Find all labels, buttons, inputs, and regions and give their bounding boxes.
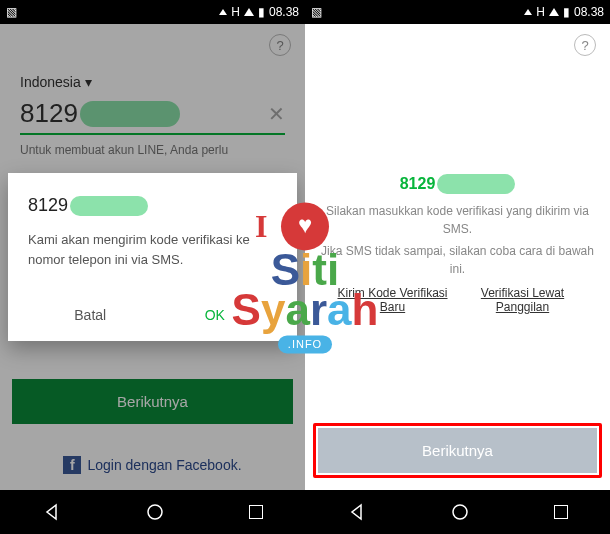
nav-bar [305,490,610,534]
home-icon[interactable] [145,502,165,522]
svg-point-0 [148,505,162,519]
nav-bar [0,490,305,534]
dialog-message: Kami akan mengirim kode verifikasi ke no… [28,230,277,269]
home-icon[interactable] [450,502,470,522]
confirm-dialog: 8129 Kami akan mengirim kode verifikasi … [8,173,297,341]
recent-icon[interactable] [249,505,263,519]
signal-icon [219,9,227,15]
status-bar: ▧ H ▮ 08.38 [305,0,610,24]
back-icon[interactable] [42,502,62,522]
status-bar: ▧ H ▮ 08.38 [0,0,305,24]
resend-code-link[interactable]: Kirim Kode Verifikasi Baru [333,286,453,314]
svg-point-1 [453,505,467,519]
verify-phone: 8129 [321,174,594,194]
battery-icon: ▮ [563,5,570,19]
verify-by-call-link[interactable]: Verifikasi Lewat Panggilan [463,286,583,314]
signal-icon [549,8,559,16]
cancel-button[interactable]: Batal [28,297,153,333]
back-icon[interactable] [347,502,367,522]
verify-message-1: Silakan masukkan kode verifikasi yang di… [321,202,594,238]
clock: 08.38 [574,5,604,19]
network-icon: H [231,5,240,19]
signal-icon [244,8,254,16]
content-area: ? Indonesia ▾ 8129 ✕ Untuk membuat akun … [0,24,305,490]
content-area: ? 8129 Silakan masukkan kode verifikasi … [305,24,610,490]
dialog-phone: 8129 [28,195,277,216]
phone-redacted [437,174,515,194]
network-icon: H [536,5,545,19]
screen-left: ▧ H ▮ 08.38 ? Indonesia ▾ 8129 ✕ Untuk m… [0,0,305,534]
clock: 08.38 [269,5,299,19]
picture-icon: ▧ [311,5,322,19]
verify-message-2: Jika SMS tidak sampai, silakan coba cara… [321,242,594,278]
battery-icon: ▮ [258,5,265,19]
signal-icon [524,9,532,15]
next-button[interactable]: Berikutnya [318,428,597,473]
recent-icon[interactable] [554,505,568,519]
modal-overlay: 8129 Kami akan mengirim kode verifikasi … [0,24,305,490]
screen-right: ▧ H ▮ 08.38 ? 8129 Silakan masukkan kode… [305,0,610,534]
phone-redacted [70,196,148,216]
help-icon[interactable]: ? [574,34,596,56]
ok-button[interactable]: OK [153,297,278,333]
picture-icon: ▧ [6,5,17,19]
highlight-box: Berikutnya [313,423,602,478]
